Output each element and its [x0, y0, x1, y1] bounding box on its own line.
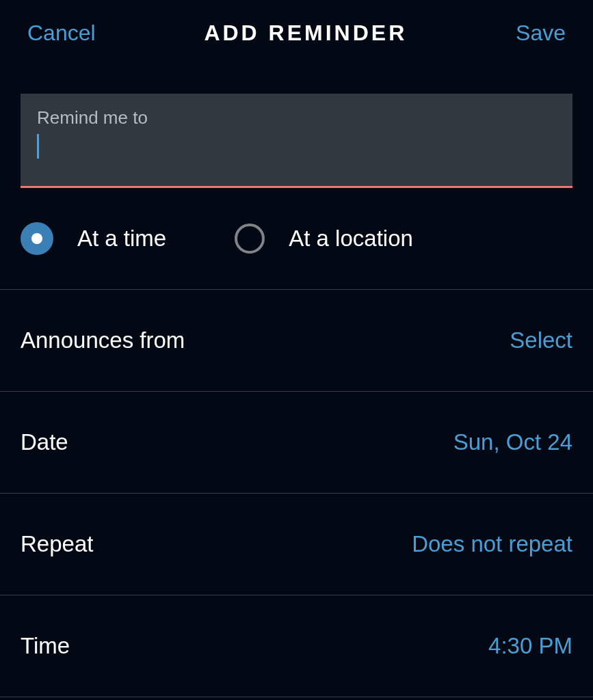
page-title: ADD REMINDER	[204, 21, 407, 46]
at-time-option[interactable]: At a time	[21, 222, 166, 255]
at-location-label: At a location	[289, 226, 413, 252]
header: Cancel ADD REMINDER Save	[0, 0, 593, 66]
repeat-row[interactable]: Repeat Does not repeat	[0, 494, 593, 595]
at-time-label: At a time	[77, 226, 166, 252]
announces-from-label: Announces from	[21, 327, 185, 353]
time-row[interactable]: Time 4:30 PM	[0, 595, 593, 697]
radio-selected-icon	[21, 222, 53, 255]
cancel-button[interactable]: Cancel	[27, 21, 96, 46]
reminder-text-input[interactable]: Remind me to	[21, 94, 572, 188]
save-button[interactable]: Save	[516, 21, 566, 46]
text-cursor-icon	[37, 134, 39, 159]
repeat-value: Does not repeat	[412, 531, 572, 557]
announces-from-value: Select	[510, 327, 572, 353]
input-label: Remind me to	[37, 107, 556, 129]
announces-from-row[interactable]: Announces from Select	[0, 290, 593, 392]
reminder-type-selector: At a time At a location	[0, 188, 593, 290]
time-value: 4:30 PM	[488, 633, 572, 659]
time-label: Time	[21, 633, 70, 659]
date-label: Date	[21, 429, 68, 455]
radio-unselected-icon	[235, 224, 265, 254]
repeat-label: Repeat	[21, 531, 93, 557]
date-row[interactable]: Date Sun, Oct 24	[0, 392, 593, 494]
date-value: Sun, Oct 24	[453, 429, 572, 455]
at-location-option[interactable]: At a location	[235, 224, 413, 254]
